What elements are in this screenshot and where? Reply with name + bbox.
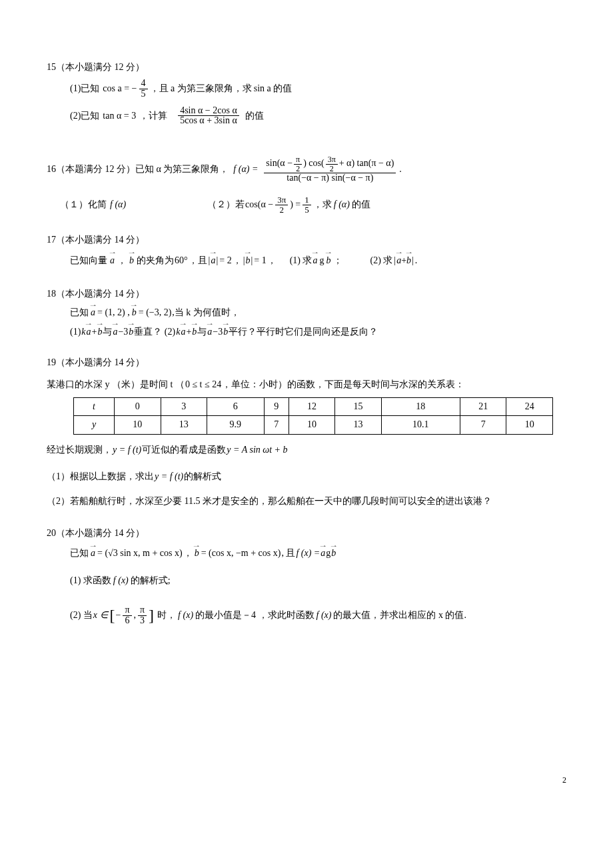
table-row: t 0 3 6 9 12 15 18 21 24 [74,398,553,416]
problem-16: 16（本题满分 12 分）已知 α 为第三象限角， f (α) = sin(α … [47,155,566,214]
t: 垂直？ (2) [134,325,175,339]
n: π [294,155,302,165]
t: ,当 k 为何值时， [172,305,240,320]
vector-a-icon: a [113,325,117,339]
problem-15-part1: (1)已知 cos a = − 4 5 ，且 a 为第三象限角，求 sin a … [70,79,566,99]
t: ， [233,253,242,268]
p15-2-math-b: tan α = 3 [103,109,136,123]
problem-20: 20（本小题满分 14 分） 已知 a = (√3 sin x, m + cos… [47,526,566,629]
q2a: (2) 求 [370,253,393,268]
cell: y [74,416,115,434]
vector-b-icon: b [406,253,411,268]
t: 已知 [70,546,89,561]
vector-b-icon: b [129,325,133,339]
p15-1-math-b: cos a = − [103,81,137,96]
q1a: (1) 求 [290,253,312,268]
fraction-icon: 3π2 [275,195,288,214]
angle: 60° [175,253,188,268]
t: （1）根据以上数据，求出 [47,469,154,484]
p16-den: tan(−α − π) sin(−α − π) [285,173,375,183]
vector-a-icon: a [87,325,91,339]
q1b: ； [333,253,342,268]
cell: 3 [161,398,207,416]
d: 5 [303,205,311,215]
p16-s2-e: f (α) [334,197,350,212]
q2b: . [415,253,418,268]
problem-19-intro: 某港口的水深 y （米）是时间 t （ 0 ≤ t ≤ 24 ，单位：小时）的函… [47,377,566,392]
problem-15: 15（本小题满分 12 分） (1)已知 cos a = − 4 5 ，且 a … [47,60,566,126]
eq: = 2 [219,253,231,268]
problem-19-q2: （2）若船舶航行时，水深至少要 11.5 米才是安全的，那么船舶在一天中的哪几段… [47,494,566,509]
cell: 12 [289,398,335,416]
t: 的最小值是－4 ，求此时函数 [195,608,314,623]
t: , 且 [281,546,295,561]
d: 2 [294,165,302,173]
problem-20-header: 20（本小题满分 14 分） [47,526,566,541]
vector-a-icon: a [91,546,95,561]
vector-b-icon: b [132,305,137,320]
n: 3π [326,155,338,165]
cell: 10 [289,416,335,434]
problem-18-line1: 已知 a = (1, 2) , b = (−3, 2) ,当 k 为何值时， [70,305,566,320]
t: 可近似的看成是函数 [142,443,226,457]
frac-num: 4 [139,79,148,89]
t: 的最大值，并求出相应的 x 的值. [333,608,466,623]
minus-icon: − [116,608,121,623]
p16-s1-a: （１）化简 [60,197,107,212]
p15-1-text-e: 的值 [273,81,292,96]
p16-s2-f: 的值 [352,197,370,212]
frac-den: 5cos α + 3sin α [178,116,239,126]
vector-b-icon: b [223,325,228,339]
abs-icon: a+b [393,253,414,268]
p16-s1-b: f (α) [110,197,126,212]
p16-num: sin(α −π2) cos(3π2+ α) tan(π − α) [264,155,396,173]
p16-fa: f (α) = [233,162,258,177]
page-number: 2 [562,774,566,787]
vector-b-icon: b [326,253,331,268]
problem-17-line: 已知向量 a ， b 的夹角为 60° ，且 a = 2 ， b = 1 ， (… [70,253,566,268]
t: 经过长期观测， [47,443,112,457]
cell: 10.1 [381,416,460,434]
exam-page: 15（本小题满分 12 分） (1)已知 cos a = − 4 5 ，且 a … [0,0,613,800]
problem-19-aftertable: 经过长期观测， y = f (t) 可近似的看成是函数 y = A sin ωt… [47,443,566,457]
m: y = f (t) [113,443,141,457]
cell: 13 [335,416,382,434]
cell: 9.9 [207,416,265,434]
m: f (x) [316,608,332,623]
t: (1) [70,325,81,339]
cell: 0 [115,398,161,416]
data-table: t 0 3 6 9 12 15 18 21 24 y 10 13 9.9 7 1… [73,397,553,435]
m: = (cos x, −m + cos x) [201,546,281,561]
n: π [123,605,131,616]
t: + α) tan(π − α) [339,158,394,168]
t: 的解析式; [131,573,171,588]
fraction-icon: 4sin α − 2cos α 5cos α + 3sin α [178,106,239,126]
period: . [399,162,402,177]
n: 3π [275,195,288,205]
vector-b-icon: b [97,325,102,339]
t: ， [183,546,193,561]
fraction-icon: π3 [138,605,147,625]
cell: 7 [460,416,506,434]
p16-s2-b: cos(α − [245,197,273,212]
t: ， [267,253,277,268]
d: 3 [138,616,147,626]
m: y = f (t) [155,469,183,484]
problem-15-header: 15（本小题满分 12 分） [47,60,566,75]
fraction-icon: 15 [303,195,311,214]
t: ) cos( [303,158,324,168]
abs-icon: b [243,253,254,268]
cell: 9 [264,398,289,416]
vector-a-icon: a [91,305,95,320]
cell: 6 [207,398,265,416]
m: f (x) = [296,546,320,561]
t: = (1, 2) , [97,305,130,320]
vector-b-icon: b [331,546,336,561]
p16-header-text: 16（本题满分 12 分）已知 α 为第三象限角， [47,162,229,177]
d: 6 [123,616,131,626]
right-bracket-icon: ] [149,603,154,628]
vector-a-icon: a [320,546,325,561]
problem-20-q1: (1) 求函数 f (x) 的解析式; [70,573,566,588]
t: 已知向量 [70,253,107,268]
p16-s2-d: ，求 [313,197,332,212]
